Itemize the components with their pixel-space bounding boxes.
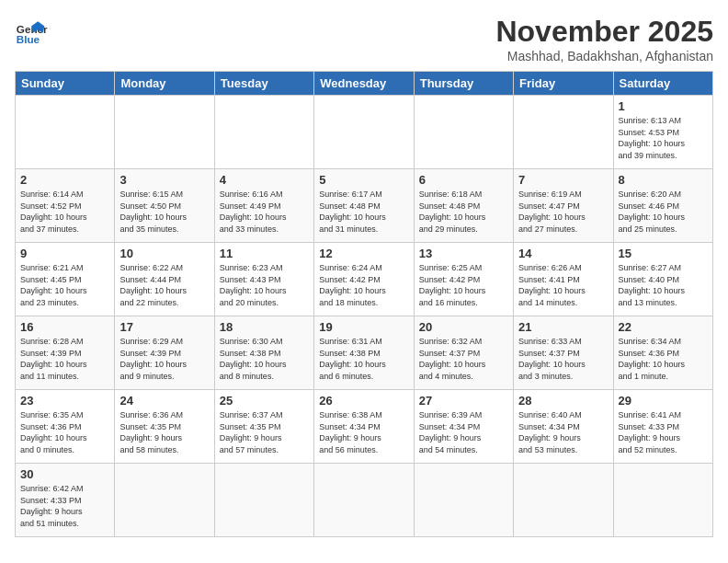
day-info: Sunrise: 6:28 AM Sunset: 4:39 PM Dayligh… [20,336,109,382]
calendar-cell: 7Sunrise: 6:19 AM Sunset: 4:47 PM Daylig… [514,169,613,243]
calendar-cell: 15Sunrise: 6:27 AM Sunset: 4:40 PM Dayli… [613,243,712,316]
day-number: 19 [319,320,408,334]
weekday-header-row: SundayMondayTuesdayWednesdayThursdayFrid… [16,72,713,96]
calendar-cell: 4Sunrise: 6:16 AM Sunset: 4:49 PM Daylig… [214,169,313,243]
day-info: Sunrise: 6:31 AM Sunset: 4:38 PM Dayligh… [319,336,408,382]
calendar-cell: 10Sunrise: 6:22 AM Sunset: 4:44 PM Dayli… [115,243,214,316]
page-header: General Blue November 2025 Mashhad, Bada… [15,15,713,63]
calendar-cell: 12Sunrise: 6:24 AM Sunset: 4:42 PM Dayli… [314,243,414,316]
calendar-cell: 27Sunrise: 6:39 AM Sunset: 4:34 PM Dayli… [414,390,513,464]
weekday-header-wednesday: Wednesday [314,72,414,96]
day-number: 10 [119,247,209,260]
logo: General Blue [15,15,48,48]
day-info: Sunrise: 6:34 AM Sunset: 4:36 PM Dayligh… [619,336,708,382]
day-info: Sunrise: 6:14 AM Sunset: 4:52 PM Dayligh… [20,189,109,235]
day-info: Sunrise: 6:16 AM Sunset: 4:49 PM Dayligh… [220,189,309,235]
calendar-cell: 28Sunrise: 6:40 AM Sunset: 4:34 PM Dayli… [514,390,613,464]
day-info: Sunrise: 6:27 AM Sunset: 4:40 PM Dayligh… [619,262,708,308]
day-number: 17 [119,320,209,334]
calendar-cell: 29Sunrise: 6:41 AM Sunset: 4:33 PM Dayli… [613,390,712,464]
day-number: 7 [518,173,608,187]
day-info: Sunrise: 6:26 AM Sunset: 4:41 PM Dayligh… [518,262,608,308]
calendar-cell: 16Sunrise: 6:28 AM Sunset: 4:39 PM Dayli… [16,316,115,390]
calendar-cell [16,96,115,169]
day-number: 11 [220,247,309,260]
day-number: 13 [419,247,508,260]
day-info: Sunrise: 6:19 AM Sunset: 4:47 PM Dayligh… [518,189,608,235]
calendar-cell [414,464,513,537]
day-info: Sunrise: 6:23 AM Sunset: 4:43 PM Dayligh… [220,262,309,308]
day-number: 24 [119,394,209,408]
calendar-cell: 1Sunrise: 6:13 AM Sunset: 4:53 PM Daylig… [613,96,712,169]
title-block: November 2025 Mashhad, Badakhshan, Afgha… [495,15,713,63]
calendar-week-row: 1Sunrise: 6:13 AM Sunset: 4:53 PM Daylig… [16,96,713,169]
calendar-cell [514,96,613,169]
calendar-cell [414,96,513,169]
calendar-cell: 30Sunrise: 6:42 AM Sunset: 4:33 PM Dayli… [16,464,115,537]
weekday-header-sunday: Sunday [16,72,115,96]
calendar-cell [115,464,214,537]
day-number: 22 [619,320,708,334]
calendar-cell: 3Sunrise: 6:15 AM Sunset: 4:50 PM Daylig… [115,169,214,243]
day-number: 6 [419,173,508,187]
day-info: Sunrise: 6:15 AM Sunset: 4:50 PM Dayligh… [119,189,209,235]
day-number: 2 [20,173,109,187]
calendar-cell: 17Sunrise: 6:29 AM Sunset: 4:39 PM Dayli… [115,316,214,390]
day-info: Sunrise: 6:41 AM Sunset: 4:33 PM Dayligh… [619,409,708,455]
day-info: Sunrise: 6:40 AM Sunset: 4:34 PM Dayligh… [518,409,608,455]
day-number: 16 [20,320,109,334]
day-number: 9 [20,247,109,260]
day-number: 25 [220,394,309,408]
calendar-cell: 6Sunrise: 6:18 AM Sunset: 4:48 PM Daylig… [414,169,513,243]
calendar-cell: 11Sunrise: 6:23 AM Sunset: 4:43 PM Dayli… [214,243,313,316]
calendar-cell [214,96,313,169]
calendar-cell: 14Sunrise: 6:26 AM Sunset: 4:41 PM Dayli… [514,243,613,316]
day-info: Sunrise: 6:32 AM Sunset: 4:37 PM Dayligh… [419,336,508,382]
day-info: Sunrise: 6:42 AM Sunset: 4:33 PM Dayligh… [20,483,109,529]
calendar-cell: 24Sunrise: 6:36 AM Sunset: 4:35 PM Dayli… [115,390,214,464]
day-number: 1 [619,99,708,113]
day-info: Sunrise: 6:38 AM Sunset: 4:34 PM Dayligh… [319,409,408,455]
day-info: Sunrise: 6:25 AM Sunset: 4:42 PM Dayligh… [419,262,508,308]
day-number: 18 [220,320,309,334]
calendar-cell: 23Sunrise: 6:35 AM Sunset: 4:36 PM Dayli… [16,390,115,464]
day-info: Sunrise: 6:30 AM Sunset: 4:38 PM Dayligh… [220,336,309,382]
day-number: 4 [220,173,309,187]
calendar-week-row: 16Sunrise: 6:28 AM Sunset: 4:39 PM Dayli… [16,316,713,390]
day-info: Sunrise: 6:24 AM Sunset: 4:42 PM Dayligh… [319,262,408,308]
day-info: Sunrise: 6:20 AM Sunset: 4:46 PM Dayligh… [619,189,708,235]
calendar-table: SundayMondayTuesdayWednesdayThursdayFrid… [15,71,713,537]
calendar-cell: 2Sunrise: 6:14 AM Sunset: 4:52 PM Daylig… [16,169,115,243]
weekday-header-saturday: Saturday [613,72,712,96]
day-info: Sunrise: 6:29 AM Sunset: 4:39 PM Dayligh… [119,336,209,382]
calendar-cell [314,96,414,169]
day-info: Sunrise: 6:17 AM Sunset: 4:48 PM Dayligh… [319,189,408,235]
calendar-cell: 22Sunrise: 6:34 AM Sunset: 4:36 PM Dayli… [613,316,712,390]
day-number: 15 [619,247,708,260]
day-info: Sunrise: 6:18 AM Sunset: 4:48 PM Dayligh… [419,189,508,235]
calendar-cell [514,464,613,537]
day-info: Sunrise: 6:36 AM Sunset: 4:35 PM Dayligh… [119,409,209,455]
weekday-header-thursday: Thursday [414,72,513,96]
day-info: Sunrise: 6:13 AM Sunset: 4:53 PM Dayligh… [619,115,708,161]
day-number: 26 [319,394,408,408]
calendar-week-row: 30Sunrise: 6:42 AM Sunset: 4:33 PM Dayli… [16,464,713,537]
weekday-header-monday: Monday [115,72,214,96]
day-number: 23 [20,394,109,408]
day-number: 29 [619,394,708,408]
day-number: 12 [319,247,408,260]
location-subtitle: Mashhad, Badakhshan, Afghanistan [495,49,713,63]
calendar-cell: 20Sunrise: 6:32 AM Sunset: 4:37 PM Dayli… [414,316,513,390]
day-number: 27 [419,394,508,408]
day-number: 30 [20,467,109,481]
calendar-cell [613,464,712,537]
calendar-cell: 18Sunrise: 6:30 AM Sunset: 4:38 PM Dayli… [214,316,313,390]
calendar-cell: 19Sunrise: 6:31 AM Sunset: 4:38 PM Dayli… [314,316,414,390]
day-number: 5 [319,173,408,187]
day-info: Sunrise: 6:33 AM Sunset: 4:37 PM Dayligh… [518,336,608,382]
calendar-cell: 26Sunrise: 6:38 AM Sunset: 4:34 PM Dayli… [314,390,414,464]
calendar-cell: 25Sunrise: 6:37 AM Sunset: 4:35 PM Dayli… [214,390,313,464]
month-title: November 2025 [495,15,713,49]
calendar-week-row: 23Sunrise: 6:35 AM Sunset: 4:36 PM Dayli… [16,390,713,464]
day-info: Sunrise: 6:37 AM Sunset: 4:35 PM Dayligh… [220,409,309,455]
